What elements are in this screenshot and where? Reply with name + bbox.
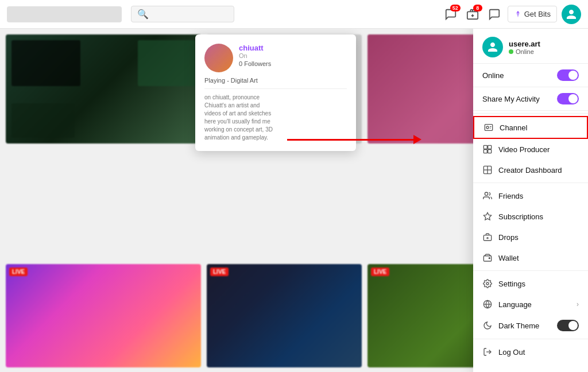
notifications-button[interactable]: 52 [442,6,459,23]
user-avatar-button[interactable] [562,5,581,24]
dropdown-item-settings[interactable]: Settings [473,273,588,294]
grid-square-icon [482,165,493,175]
dark-theme-label: Dark Theme [498,321,551,330]
diamond-icon [514,10,522,18]
divider-3 [473,270,588,271]
online-toggle[interactable] [557,69,579,81]
settings-label: Settings [498,280,579,288]
notifications-badge: 52 [450,5,461,11]
live-badge-1: LIVE [9,268,28,276]
live-badge-2: LIVE [210,268,229,276]
dropdown-item-subscriptions[interactable]: Subscriptions [473,206,588,227]
video-grid-icon [482,144,493,154]
search-box[interactable]: 🔍 [131,6,234,22]
profile-popup-status: On [239,52,271,59]
tile-5: LIVE [207,264,362,367]
wallet-label: Wallet [498,254,579,262]
dark-theme-toggle-knob [568,321,578,330]
dropdown-item-video-producer[interactable]: Video Producer [473,139,588,160]
share-activity-toggle[interactable] [557,93,579,104]
share-activity-toggle-knob [568,94,578,103]
svg-rect-7 [483,150,487,153]
dropdown-user-section: usere.art Online [473,29,588,64]
chevron-right-icon: › [577,300,579,308]
svg-point-4 [486,126,489,129]
svg-rect-6 [488,145,492,149]
dropdown-share-activity-row[interactable]: Share My Activity [473,87,588,111]
globe-icon [482,299,493,309]
dropdown-user-info: usere.art Online [509,40,540,55]
tile-1 [6,34,201,144]
dropdown-item-creator-dashboard[interactable]: Creator Dashboard [473,160,588,180]
dropdown-online-row[interactable]: Online [473,64,588,87]
dropdown-item-logout[interactable]: Log Out [473,342,588,362]
profile-popup-game: Playing - Digital Art [204,77,347,84]
profile-popup-avatar [204,44,233,72]
dropdown-item-friends[interactable]: Friends [473,185,588,206]
profile-popup-header: chiuatt On 0 Followers [204,44,347,72]
divider-1 [473,113,588,114]
claims-badge: 8 [473,5,482,11]
annotation-arrow [287,135,421,144]
friends-label: Friends [498,192,579,200]
online-label: Online [516,48,534,55]
svg-point-17 [489,258,490,259]
dropdown-item-channel[interactable]: Channel [473,116,588,139]
get-bits-button[interactable]: Get Bits [508,6,557,22]
drops-label: Drops [498,233,579,242]
dropdown-username: usere.art [509,40,540,48]
star-icon [482,211,493,222]
tile-4: LIVE [6,264,201,367]
online-toggle-knob [568,71,578,80]
dropdown-avatar [482,37,503,57]
online-status: Online [509,48,540,55]
subscriptions-label: Subscriptions [498,212,579,221]
profile-divider [204,88,347,89]
divider-2 [473,183,588,183]
channel-label: Channel [500,123,578,132]
svg-rect-5 [483,145,487,149]
profile-popup-username: chiuatt [239,44,271,52]
logo-area [7,6,122,22]
online-row-label: Online [482,71,504,80]
creator-dashboard-label: Creator Dashboard [498,166,579,175]
top-navigation: 🔍 52 8 [0,0,588,29]
nav-icons: 52 8 Get Bits [442,5,581,24]
get-bits-label: Get Bits [524,10,551,18]
user-dropdown-menu: usere.art Online Online Share My Activit… [473,29,588,372]
wallet-icon [482,253,493,263]
door-exit-icon [482,347,493,357]
dropdown-item-drops[interactable]: Drops [473,227,588,247]
logout-label: Log Out [498,348,579,356]
svg-marker-13 [483,212,491,220]
live-badge-3: LIVE [371,268,389,276]
search-icon: 🔍 [137,9,149,20]
person-card-icon [483,122,494,133]
gift-card-icon [482,232,493,242]
dropdown-item-dark-theme[interactable]: Dark Theme [473,315,588,336]
dropdown-item-language[interactable]: Language › [473,294,588,315]
arrow-line [287,139,413,141]
svg-point-12 [485,192,488,195]
dark-theme-toggle[interactable] [557,320,579,331]
dropdown-item-wallet[interactable]: Wallet [473,247,588,268]
arrow-head [413,135,421,144]
profile-popup-followers: 0 Followers [239,60,271,67]
friends-icon [482,191,493,201]
video-producer-label: Video Producer [498,145,579,154]
profile-info: chiuatt On 0 Followers [239,44,271,67]
svg-point-18 [486,282,489,285]
chat-button[interactable] [486,6,503,23]
share-activity-label: Share My Activity [482,95,540,103]
language-label: Language [498,300,571,309]
gear-icon [482,278,493,289]
svg-rect-8 [488,150,492,153]
online-dot [509,49,513,54]
main-content: LIVE LIVE LIVE chiuatt On 0 Followers Pl… [0,29,588,372]
moon-icon [482,320,493,331]
profile-popup-card: chiuatt On 0 Followers Playing - Digital… [195,34,356,151]
divider-4 [473,339,588,339]
claims-button[interactable]: 8 [464,6,481,23]
